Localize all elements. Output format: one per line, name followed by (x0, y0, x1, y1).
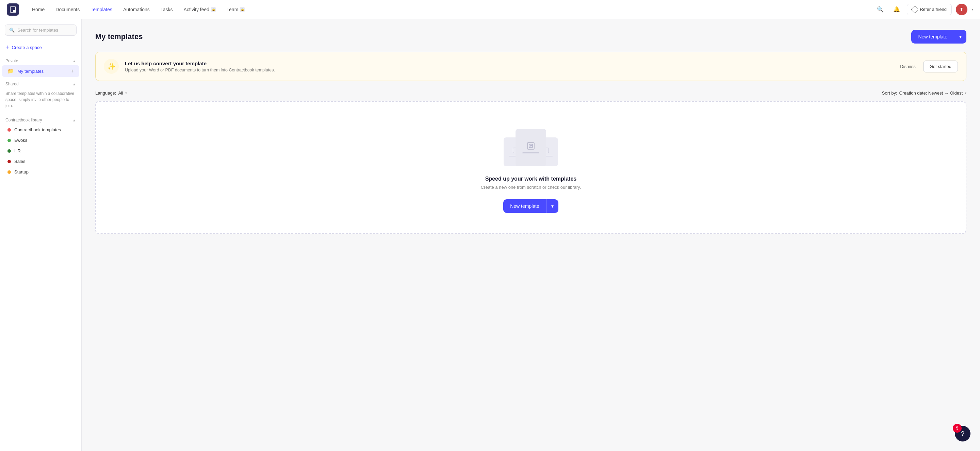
sidebar-item-ewoks[interactable]: Ewoks (2, 135, 79, 146)
chevron-up-icon: ▲ (73, 82, 76, 86)
user-menu-chevron[interactable]: ▾ (972, 8, 973, 11)
logo-icon (10, 6, 16, 13)
shared-label: Shared (5, 82, 19, 86)
add-icon[interactable]: + (71, 68, 74, 74)
sidebar: 🔍 + Create a space Private ▲ 📁 My templa… (0, 19, 82, 451)
logo[interactable] (7, 3, 19, 16)
doc-icon-main (527, 142, 535, 150)
help-badge: 5 ? (955, 426, 970, 441)
sidebar-shared-header[interactable]: Shared ▲ (0, 79, 81, 89)
nav-templates[interactable]: Templates (86, 4, 117, 15)
sidebar-library-header[interactable]: Contractbook library ▲ (0, 116, 81, 124)
search-button[interactable]: 🔍 (874, 3, 886, 16)
template-search-box[interactable]: 🔍 (5, 24, 76, 36)
page-title: My templates (95, 32, 143, 41)
empty-state-title: Speed up your work with templates (485, 176, 577, 182)
main-header: My templates New template ▾ (95, 30, 966, 43)
empty-state: Speed up your work with templates Create… (95, 101, 966, 234)
sidebar-item-hr[interactable]: HR (2, 146, 79, 156)
sidebar-shared-section: Shared ▲ Share templates within a collab… (0, 79, 81, 113)
search-input[interactable] (18, 27, 72, 33)
sidebar-private-header[interactable]: Private ▲ (0, 56, 81, 65)
empty-illustration (500, 122, 562, 166)
search-icon: 🔍 (9, 27, 14, 33)
create-space-button[interactable]: + Create a space (0, 41, 81, 54)
lock-icon: 🔒 (240, 7, 245, 12)
notifications-button[interactable]: 🔔 (891, 3, 903, 16)
sort-filter[interactable]: Sort by: Creation date: Newest → Oldest … (882, 91, 966, 95)
dismiss-button[interactable]: Dismiss (896, 61, 920, 72)
nav-tasks[interactable]: Tasks (156, 4, 178, 15)
search-icon: 🔍 (877, 6, 884, 13)
green-dot-icon (8, 139, 11, 142)
sidebar-item-startup[interactable]: Startup (2, 167, 79, 177)
empty-state-subtitle: Create a new one from scratch or check o… (481, 185, 581, 190)
chevron-up-icon: ▲ (73, 118, 76, 122)
convert-template-banner: ✨ Let us help convert your template Uplo… (95, 52, 966, 81)
doc-line-main (522, 152, 539, 153)
doc-card-main (515, 129, 546, 166)
banner-actions: Dismiss Get started (896, 60, 958, 73)
nav-documents[interactable]: Documents (51, 4, 84, 15)
top-navigation: Home Documents Templates Automations Tas… (0, 0, 980, 19)
dropdown-arrow-icon[interactable]: ▾ (546, 199, 558, 213)
nav-automations[interactable]: Automations (118, 4, 154, 15)
banner-content: Let us help convert your template Upload… (125, 60, 890, 73)
nav-team[interactable]: Team 🔒 (222, 4, 250, 15)
library-label: Contractbook library (5, 118, 42, 122)
filter-bar: Language: All ▾ Sort by: Creation date: … (95, 91, 966, 95)
refer-friend-button[interactable]: Refer a friend (907, 4, 952, 15)
get-started-button[interactable]: Get started (923, 60, 958, 73)
dropdown-arrow-icon[interactable]: ▾ (955, 30, 966, 43)
sidebar-item-sales[interactable]: Sales (2, 156, 79, 167)
app-body: 🔍 + Create a space Private ▲ 📁 My templa… (0, 19, 980, 451)
yellow-dot-icon (8, 170, 11, 174)
sidebar-item-contractbook-templates[interactable]: Contractbook templates (2, 124, 79, 135)
main-content: My templates New template ▾ ✨ Let us hel… (82, 19, 980, 451)
chevron-up-icon: ▲ (73, 59, 76, 63)
shared-description: Share templates within a collaborative s… (0, 89, 81, 113)
sidebar-library-section: Contractbook library ▲ Contractbook temp… (0, 116, 81, 177)
banner-title: Let us help convert your template (125, 60, 890, 66)
language-filter-chevron: ▾ (125, 91, 127, 95)
sort-filter-chevron: ▾ (965, 91, 966, 95)
sidebar-private-section: Private ▲ 📁 My templates + (0, 56, 81, 77)
notification-count: 5 (953, 424, 962, 433)
sparkle-icon: ✨ (104, 59, 119, 74)
banner-subtitle: Upload your Word or PDF documents to tur… (125, 68, 890, 73)
red-dot-icon (8, 128, 11, 132)
plus-icon: + (5, 44, 9, 51)
nav-right: 🔍 🔔 Refer a friend T ▾ (874, 3, 973, 16)
bell-icon: 🔔 (893, 6, 900, 13)
nav-activity-feed[interactable]: Activity feed 🔒 (179, 4, 221, 15)
private-label: Private (5, 59, 18, 63)
language-filter[interactable]: Language: All ▾ (95, 91, 127, 95)
new-template-button-empty[interactable]: New template ▾ (503, 199, 558, 213)
nav-home[interactable]: Home (27, 4, 49, 15)
new-template-button-top[interactable]: New template ▾ (911, 30, 966, 43)
sidebar-item-my-templates[interactable]: 📁 My templates + (2, 65, 79, 77)
folder-icon: 📁 (8, 68, 14, 74)
nav-links: Home Documents Templates Automations Tas… (27, 4, 874, 15)
lock-icon: 🔒 (211, 7, 216, 12)
diamond-icon (911, 5, 919, 13)
darkred-dot-icon (8, 160, 11, 163)
darkgreen-dot-icon (8, 149, 11, 153)
avatar[interactable]: T (956, 4, 967, 15)
